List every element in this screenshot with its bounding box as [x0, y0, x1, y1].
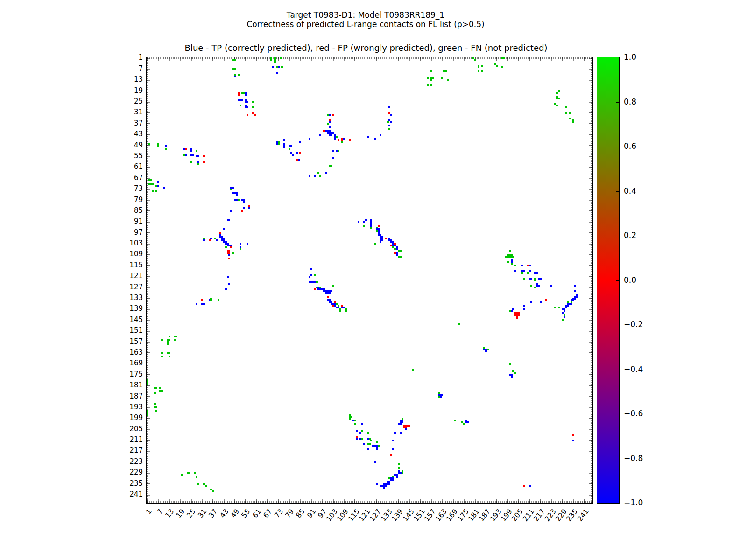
- contact-point-r: [523, 485, 525, 487]
- contact-point-g: [155, 406, 157, 408]
- figure-title-line1: Target T0983-D1: Model T0983RR189_1: [287, 10, 444, 20]
- y-tick-label: 7: [124, 65, 143, 72]
- x-tick-label: 67: [261, 507, 274, 519]
- contact-point-b: [283, 147, 285, 148]
- contact-point-b: [283, 139, 285, 141]
- contact-point-r: [572, 434, 574, 436]
- figure-canvas: Target T0983-D1: Model T0983RR189_1 Corr…: [0, 0, 747, 560]
- contact-point-g: [155, 387, 157, 389]
- contact-point-g: [474, 59, 476, 61]
- contact-point-g: [530, 285, 532, 287]
- y-tick-label: 91: [124, 218, 143, 225]
- tick-comb: [147, 501, 592, 503]
- contact-point-b: [190, 150, 192, 152]
- contact-point-g: [169, 356, 170, 357]
- colorbar-tick: [616, 459, 619, 459]
- contact-point-b: [441, 394, 443, 396]
- contact-point-b: [272, 66, 274, 68]
- contact-point-g: [354, 423, 356, 425]
- contact-point-r: [409, 425, 410, 427]
- contact-point-b: [511, 310, 513, 312]
- contact-point-r: [185, 148, 187, 150]
- contact-point-g: [210, 299, 212, 301]
- contact-point-g: [374, 243, 376, 245]
- contact-point-g: [412, 369, 414, 371]
- contact-point-r: [238, 94, 240, 96]
- contact-point-g: [481, 65, 483, 67]
- x-tick-label: 43: [218, 507, 230, 519]
- colorbar-tick: [616, 102, 619, 103]
- y-tick-label: 85: [124, 207, 143, 214]
- y-tick-label: 157: [124, 338, 143, 345]
- contact-point-g: [378, 445, 380, 447]
- colorbar-tick: [616, 325, 619, 325]
- contact-point-b: [396, 476, 398, 478]
- contact-point-b: [329, 114, 331, 116]
- contact-point-g: [427, 77, 429, 79]
- contact-point-b: [331, 134, 332, 136]
- contact-point-b: [329, 121, 331, 123]
- contact-point-g: [345, 310, 347, 312]
- contact-point-g: [556, 92, 558, 94]
- contact-point-b: [550, 285, 552, 287]
- contact-point-g: [278, 143, 280, 145]
- contact-point-g: [458, 323, 460, 325]
- axes-title-legend: Blue - TP (correctly predicted), red - F…: [185, 43, 548, 53]
- contact-point-g: [400, 250, 402, 252]
- x-tick-label: 1: [144, 507, 154, 516]
- y-tick-label: 193: [124, 404, 143, 411]
- colorbar-tick-label: −0.8: [624, 455, 643, 462]
- colorbar-tick: [616, 370, 619, 370]
- colorbar-tick-label: 0.0: [624, 276, 636, 284]
- contact-point-b: [512, 308, 514, 310]
- contact-point-b: [243, 201, 245, 203]
- contact-point-g: [190, 161, 192, 163]
- contact-point-g: [154, 403, 156, 405]
- contact-point-b: [309, 276, 310, 278]
- contact-point-g: [558, 90, 560, 92]
- contact-point-r: [254, 114, 256, 116]
- contact-point-g: [238, 199, 240, 201]
- contact-point-g: [430, 70, 432, 72]
- contact-point-b: [232, 187, 234, 189]
- y-tick-label: 109: [124, 251, 143, 258]
- contact-point-g: [370, 440, 372, 441]
- contact-point-g: [534, 280, 536, 281]
- contact-point-g: [218, 299, 219, 301]
- contact-point-b: [376, 483, 378, 485]
- colorbar-tick-label: 0.2: [624, 231, 636, 239]
- contact-point-b: [157, 185, 159, 187]
- contact-point-r: [201, 299, 203, 301]
- contact-point-r: [338, 139, 339, 141]
- y-tick-label: 19: [124, 87, 143, 94]
- contact-point-g: [196, 476, 197, 478]
- contact-point-g: [367, 432, 369, 434]
- x-tick-label: 79: [283, 507, 296, 519]
- contact-point-b: [276, 72, 278, 74]
- contact-map-plot-area[interactable]: [146, 57, 593, 504]
- contact-point-b: [388, 483, 390, 485]
- contact-point-b: [388, 125, 390, 126]
- contact-point-b: [310, 268, 312, 270]
- contact-point-b: [523, 270, 525, 272]
- contact-point-b: [157, 181, 159, 183]
- contact-point-b: [165, 145, 167, 147]
- contact-point-g: [478, 70, 479, 72]
- y-tick-label: 205: [124, 426, 143, 433]
- contact-point-b: [400, 432, 402, 434]
- contact-point-g: [521, 272, 523, 274]
- contact-point-g: [556, 105, 558, 106]
- contact-point-b: [367, 448, 369, 450]
- contact-point-g: [558, 307, 560, 308]
- contact-point-g: [161, 352, 163, 354]
- contact-point-b: [203, 239, 205, 241]
- y-tick-label: 223: [124, 458, 143, 465]
- figure-title-line2: Correctness of predicted L-range contact…: [247, 20, 484, 29]
- y-tick-label: 139: [124, 305, 143, 312]
- contact-point-b: [540, 278, 542, 280]
- contact-point-g: [225, 246, 227, 248]
- contact-point-b: [574, 298, 576, 300]
- x-tick-label: 13: [163, 507, 176, 519]
- contact-point-g: [514, 265, 516, 266]
- contact-point-r: [241, 210, 243, 212]
